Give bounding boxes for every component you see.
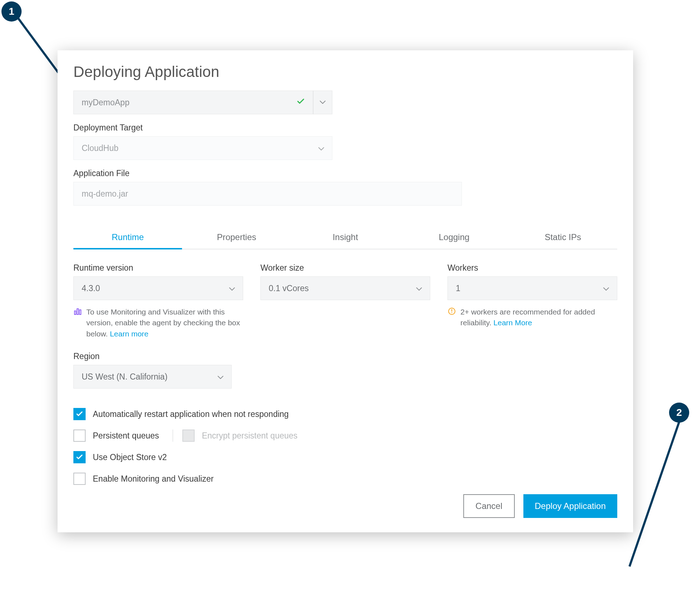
chevron-down-icon <box>229 284 235 293</box>
auto-restart-label: Automatically restart application when n… <box>93 409 289 419</box>
encrypt-persistent-queues-label: Encrypt persistent queues <box>202 431 297 441</box>
callout-1-number: 1 <box>9 6 14 17</box>
worker-size-value: 0.1 vCores <box>269 284 309 293</box>
app-name-input[interactable]: myDemoApp <box>73 91 313 114</box>
chevron-down-icon <box>603 284 609 293</box>
worker-size-select[interactable]: 0.1 vCores <box>260 276 430 300</box>
callout-badge-2: 2 <box>669 403 689 423</box>
deployment-target-value: CloudHub <box>82 143 118 153</box>
tab-properties[interactable]: Properties <box>182 226 291 249</box>
encrypt-persistent-queues-checkbox <box>182 430 195 442</box>
app-name-dropdown-button[interactable] <box>313 91 332 114</box>
tabs: Runtime Properties Insight Logging Stati… <box>73 226 617 249</box>
region-select[interactable]: US West (N. California) <box>73 365 232 389</box>
svg-rect-7 <box>451 312 452 313</box>
runtime-version-value: 4.3.0 <box>82 284 100 293</box>
callout-2-leader <box>626 421 683 571</box>
worker-size-label: Worker size <box>260 263 430 273</box>
svg-rect-2 <box>74 311 76 315</box>
application-file-label: Application File <box>73 169 617 178</box>
auto-restart-checkbox[interactable] <box>73 408 86 420</box>
cancel-button[interactable]: Cancel <box>463 494 515 518</box>
persistent-queues-label: Persistent queues <box>93 431 159 441</box>
workers-label: Workers <box>447 263 617 273</box>
runtime-version-label: Runtime version <box>73 263 243 273</box>
tab-logging[interactable]: Logging <box>400 226 508 249</box>
tab-runtime[interactable]: Runtime <box>73 226 182 249</box>
callout-badge-1: 1 <box>1 1 22 22</box>
callout-1-leader <box>12 12 62 76</box>
deploy-application-button[interactable]: Deploy Application <box>523 494 617 518</box>
deployment-target-label: Deployment Target <box>73 123 617 133</box>
modal-title: Deploying Application <box>73 63 617 81</box>
application-file-field[interactable]: mq-demo.jar <box>73 182 462 206</box>
workers-hint: 2+ workers are recommended for added rel… <box>447 307 617 329</box>
callout-2-number: 2 <box>676 407 682 418</box>
separator <box>173 430 173 442</box>
monitoring-icon <box>73 307 82 339</box>
deployment-target-select[interactable]: CloudHub <box>73 136 332 160</box>
workers-select[interactable]: 1 <box>447 276 617 300</box>
runtime-version-hint: To use Monitoring and Visualizer with th… <box>73 307 243 339</box>
enable-monitoring-checkbox[interactable] <box>73 473 86 485</box>
enable-monitoring-label: Enable Monitoring and Visualizer <box>93 474 214 484</box>
region-label: Region <box>73 352 617 361</box>
chevron-down-icon <box>320 101 326 104</box>
application-file-value: mq-demo.jar <box>82 189 128 199</box>
chevron-down-icon <box>318 143 324 153</box>
valid-check-icon <box>296 97 305 108</box>
tab-insight[interactable]: Insight <box>291 226 400 249</box>
workers-learn-more-link[interactable]: Learn More <box>494 318 532 327</box>
warning-icon <box>447 307 456 329</box>
app-name-value: myDemoApp <box>82 98 129 107</box>
runtime-version-hint-text: To use Monitoring and Visualizer with th… <box>86 307 243 339</box>
object-store-v2-label: Use Object Store v2 <box>93 453 167 462</box>
deploy-button-label: Deploy Application <box>535 501 606 511</box>
workers-value: 1 <box>456 284 460 293</box>
deploy-application-modal: Deploying Application myDemoApp Deployme… <box>58 50 633 532</box>
workers-hint-text: 2+ workers are recommended for added rel… <box>460 307 617 329</box>
object-store-v2-checkbox[interactable] <box>73 451 86 463</box>
chevron-down-icon <box>218 372 223 382</box>
svg-rect-3 <box>77 309 78 315</box>
svg-line-1 <box>629 422 679 566</box>
runtime-version-select[interactable]: 4.3.0 <box>73 276 243 300</box>
svg-rect-6 <box>451 309 452 312</box>
persistent-queues-checkbox[interactable] <box>73 430 86 442</box>
cancel-button-label: Cancel <box>476 501 503 511</box>
svg-line-0 <box>18 18 58 73</box>
tab-static-ips[interactable]: Static IPs <box>509 226 617 249</box>
runtime-version-learn-more-link[interactable]: Learn more <box>110 330 148 338</box>
chevron-down-icon <box>416 284 422 293</box>
svg-rect-4 <box>79 310 81 315</box>
region-value: US West (N. California) <box>82 372 168 382</box>
